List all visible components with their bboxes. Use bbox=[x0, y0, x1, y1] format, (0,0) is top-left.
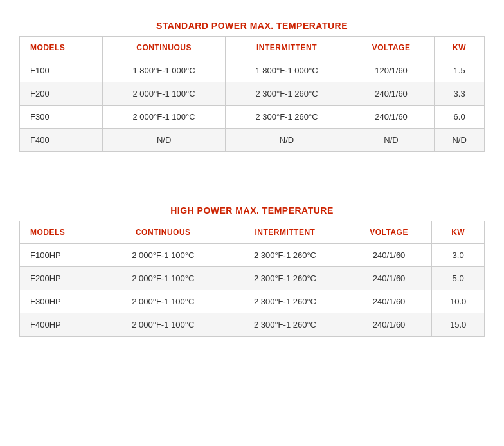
cell-voltage: 240/1/60 bbox=[346, 244, 431, 267]
high-power-table: MODELS CONTINUOUS INTERMITTENT VOLTAGE K… bbox=[19, 221, 485, 337]
section-divider bbox=[19, 178, 485, 178]
table1-title: STANDARD POWER MAX. TEMPERATURE bbox=[19, 13, 485, 36]
cell-voltage: 240/1/60 bbox=[346, 267, 431, 290]
cell-model: F400HP bbox=[20, 313, 102, 337]
cell-continuous: 2 000°F-1 100°C bbox=[102, 313, 224, 337]
table2-header-continuous: CONTINUOUS bbox=[102, 221, 224, 244]
table2-header-models: MODELS bbox=[20, 221, 102, 244]
cell-voltage: 240/1/60 bbox=[348, 82, 434, 106]
cell-intermittent: 1 800°F-1 000°C bbox=[226, 59, 348, 82]
cell-continuous: 2 000°F-1 100°C bbox=[102, 244, 224, 267]
table1-header-row: MODELS CONTINUOUS INTERMITTENT VOLTAGE K… bbox=[20, 37, 485, 59]
cell-continuous: 1 800°F-1 000°C bbox=[103, 59, 226, 82]
cell-model: F300HP bbox=[20, 290, 102, 313]
table-row: F300HP 2 000°F-1 100°C 2 300°F-1 260°C 2… bbox=[20, 290, 485, 313]
table2-title: HIGH POWER MAX. TEMPERATURE bbox=[19, 198, 485, 221]
cell-continuous: 2 000°F-1 100°C bbox=[102, 267, 224, 290]
table-row: F100HP 2 000°F-1 100°C 2 300°F-1 260°C 2… bbox=[20, 244, 485, 267]
standard-power-table: MODELS CONTINUOUS INTERMITTENT VOLTAGE K… bbox=[19, 36, 485, 152]
table2-header-row: MODELS CONTINUOUS INTERMITTENT VOLTAGE K… bbox=[20, 221, 485, 244]
high-power-section: HIGH POWER MAX. TEMPERATURE MODELS CONTI… bbox=[19, 198, 485, 337]
cell-model: F200 bbox=[20, 82, 103, 106]
cell-model: F400 bbox=[20, 129, 103, 152]
table-row: F100 1 800°F-1 000°C 1 800°F-1 000°C 120… bbox=[20, 59, 485, 82]
table1-header-continuous: CONTINUOUS bbox=[103, 37, 226, 59]
cell-kw: 3.0 bbox=[432, 244, 485, 267]
table-row: F200 2 000°F-1 100°C 2 300°F-1 260°C 240… bbox=[20, 82, 485, 106]
cell-intermittent: 2 300°F-1 260°C bbox=[226, 106, 348, 129]
cell-intermittent: 2 300°F-1 260°C bbox=[224, 244, 346, 267]
table-row: F400 N/D N/D N/D N/D bbox=[20, 129, 485, 152]
cell-intermittent: 2 300°F-1 260°C bbox=[224, 313, 346, 337]
cell-kw: 5.0 bbox=[432, 267, 485, 290]
table2-header-voltage: VOLTAGE bbox=[346, 221, 431, 244]
cell-continuous: 2 000°F-1 100°C bbox=[103, 106, 226, 129]
table-row: F200HP 2 000°F-1 100°C 2 300°F-1 260°C 2… bbox=[20, 267, 485, 290]
cell-model: F100HP bbox=[20, 244, 102, 267]
table1-header-intermittent: INTERMITTENT bbox=[226, 37, 348, 59]
cell-kw: 10.0 bbox=[432, 290, 485, 313]
cell-kw: 1.5 bbox=[435, 59, 485, 82]
table-row: F300 2 000°F-1 100°C 2 300°F-1 260°C 240… bbox=[20, 106, 485, 129]
cell-intermittent: 2 300°F-1 260°C bbox=[224, 267, 346, 290]
cell-intermittent: 2 300°F-1 260°C bbox=[226, 82, 348, 106]
table1-header-kw: KW bbox=[435, 37, 485, 59]
cell-model: F300 bbox=[20, 106, 103, 129]
cell-intermittent: 2 300°F-1 260°C bbox=[224, 290, 346, 313]
cell-continuous: 2 000°F-1 100°C bbox=[102, 290, 224, 313]
cell-kw: 15.0 bbox=[432, 313, 485, 337]
cell-voltage: N/D bbox=[348, 129, 434, 152]
cell-continuous: N/D bbox=[103, 129, 226, 152]
cell-continuous: 2 000°F-1 100°C bbox=[103, 82, 226, 106]
cell-kw: N/D bbox=[435, 129, 485, 152]
table1-header-voltage: VOLTAGE bbox=[348, 37, 434, 59]
cell-kw: 3.3 bbox=[435, 82, 485, 106]
standard-power-section: STANDARD POWER MAX. TEMPERATURE MODELS C… bbox=[19, 13, 485, 152]
cell-voltage: 120/1/60 bbox=[348, 59, 434, 82]
cell-kw: 6.0 bbox=[435, 106, 485, 129]
table2-header-kw: KW bbox=[432, 221, 485, 244]
table1-header-models: MODELS bbox=[20, 37, 103, 59]
table2-header-intermittent: INTERMITTENT bbox=[224, 221, 346, 244]
cell-model: F200HP bbox=[20, 267, 102, 290]
cell-model: F100 bbox=[20, 59, 103, 82]
cell-voltage: 240/1/60 bbox=[346, 290, 431, 313]
cell-voltage: 240/1/60 bbox=[348, 106, 434, 129]
table-row: F400HP 2 000°F-1 100°C 2 300°F-1 260°C 2… bbox=[20, 313, 485, 337]
cell-voltage: 240/1/60 bbox=[346, 313, 431, 337]
cell-intermittent: N/D bbox=[226, 129, 348, 152]
